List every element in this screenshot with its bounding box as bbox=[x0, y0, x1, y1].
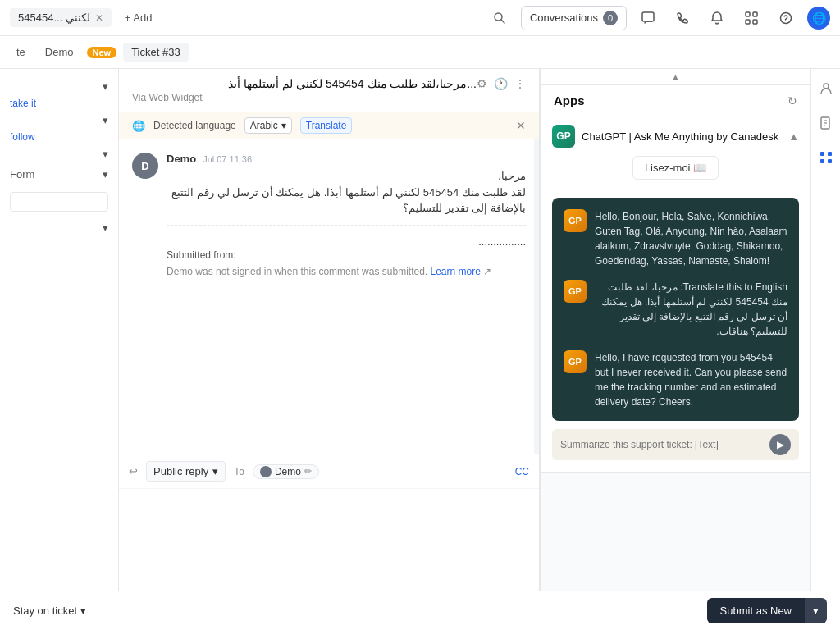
conversations-badge: 0 bbox=[603, 11, 618, 25]
language-select[interactable]: Arabic ▾ bbox=[244, 117, 292, 134]
chat-message-translation: GP Hello, I have requested from you 5454… bbox=[564, 350, 788, 409]
svg-rect-6 bbox=[753, 20, 757, 24]
svg-point-8 bbox=[785, 21, 786, 21]
message-sender: Demo bbox=[167, 153, 196, 165]
language-value: Arabic bbox=[250, 120, 278, 131]
recipient-name: Demo bbox=[275, 466, 301, 477]
reply-to-name: Demo ✏ bbox=[253, 464, 319, 479]
conversations-label: Conversations bbox=[530, 11, 598, 24]
scroll-up-indicator[interactable]: ▲ bbox=[541, 69, 810, 85]
sidebar-dropdown-4[interactable]: ▾ bbox=[0, 218, 118, 237]
document-icon[interactable] bbox=[815, 112, 838, 135]
apps-panel: ▲ Apps ↻ GP ChatGPT | Ask Me Anything by… bbox=[540, 69, 810, 630]
lang-chevron-icon: ▾ bbox=[281, 120, 286, 131]
message-item: D Demo Jul 07 11:36 مرحبا، لقد طلبت منك … bbox=[132, 153, 526, 277]
sidebar-dropdown-2[interactable]: ▾ bbox=[0, 111, 118, 130]
lisez-moi-button[interactable]: Lisez-moi 📖 bbox=[632, 156, 719, 180]
reply-type-chevron: ▾ bbox=[212, 465, 218, 477]
add-button[interactable]: + Add bbox=[118, 8, 159, 27]
apps-grid-icon[interactable] bbox=[815, 146, 838, 169]
help-icon-button[interactable] bbox=[773, 5, 799, 31]
form-label: Form bbox=[10, 168, 34, 180]
stay-on-ticket-control[interactable]: Stay on ticket ▾ bbox=[13, 605, 86, 617]
detected-language-label: Detected language bbox=[153, 120, 236, 131]
gpt-send-button[interactable]: ▶ bbox=[769, 434, 791, 455]
ticket-header: ...مرحبا،لقد طلبت منك 545454 لكنني لم أس… bbox=[119, 69, 539, 112]
user-profile-icon[interactable] bbox=[815, 77, 838, 100]
apps-title: Apps bbox=[554, 94, 585, 107]
bottom-action-bar: Stay on ticket ▾ Submit as New ▾ bbox=[0, 591, 840, 630]
learn-more-link[interactable]: Learn more bbox=[431, 266, 481, 277]
message-time: Jul 07 11:36 bbox=[203, 154, 252, 164]
globe-icon[interactable]: 🌐 bbox=[807, 7, 830, 30]
chat-message-translate-request: GP Translate this to English: مرحبا، لقد… bbox=[564, 280, 788, 339]
breadcrumb-back[interactable]: te bbox=[10, 43, 32, 62]
chevron-down-icon-4: ▾ bbox=[103, 221, 108, 234]
filter-icon[interactable]: ⚙ bbox=[477, 77, 487, 90]
ticket-title: ...مرحبا،لقد طلبت منك 545454 لكنني لم أس… bbox=[132, 77, 477, 90]
message-meta: Demo Jul 07 11:36 bbox=[167, 153, 526, 165]
reply-undo-icon: ↩ bbox=[129, 465, 138, 477]
chevron-down-icon-1: ▾ bbox=[103, 80, 108, 93]
more-icon[interactable]: ⋮ bbox=[514, 77, 526, 90]
svg-rect-16 bbox=[820, 159, 824, 163]
active-tab[interactable]: 545454... لكنني ✕ bbox=[10, 8, 112, 27]
ticket-area: ...مرحبا،لقد طلبت منك 545454 لكنني لم أس… bbox=[119, 69, 540, 630]
breadcrumb-ticket[interactable]: Ticket #33 bbox=[123, 43, 189, 62]
gpt-input[interactable] bbox=[560, 439, 765, 450]
phone-icon-button[interactable] bbox=[669, 5, 696, 31]
reply-type-button[interactable]: Public reply ▾ bbox=[146, 461, 226, 482]
message-body: Demo Jul 07 11:36 مرحبا، لقد طلبت منك 54… bbox=[167, 153, 526, 277]
cc-button[interactable]: CC bbox=[515, 466, 529, 477]
sidebar-input[interactable] bbox=[10, 192, 108, 212]
tab-close-icon[interactable]: ✕ bbox=[95, 12, 103, 24]
svg-rect-3 bbox=[746, 12, 750, 16]
main-layout: ▾ take it ▾ follow ▾ Form ▾ ▾ bbox=[0, 69, 840, 630]
chat-conversation-area: GP Hello, Bonjour, Hola, Salve, Konnichi… bbox=[552, 198, 799, 421]
take-it-link[interactable]: take it bbox=[0, 96, 118, 111]
nav-right-section: Conversations 0 🌐 bbox=[486, 5, 830, 31]
svg-point-7 bbox=[781, 12, 792, 23]
chat-translation-text: Hello, I have requested from you 545454 … bbox=[595, 350, 788, 409]
submitted-from: Submitted from: bbox=[167, 249, 526, 261]
language-icon: 🌐 bbox=[132, 120, 145, 132]
submit-main-button[interactable]: Submit as New bbox=[707, 598, 805, 623]
stay-on-ticket-label: Stay on ticket bbox=[13, 605, 77, 617]
submit-button-group: Submit as New ▾ bbox=[707, 598, 827, 623]
submit-dropdown-button[interactable]: ▾ bbox=[805, 598, 827, 623]
edit-recipient-icon[interactable]: ✏ bbox=[304, 466, 312, 477]
reply-to-label: To bbox=[234, 466, 244, 477]
clock-icon[interactable]: 🕐 bbox=[494, 77, 508, 90]
svg-rect-4 bbox=[753, 12, 757, 16]
breadcrumb-demo[interactable]: Demo bbox=[39, 43, 80, 62]
sidebar-dropdown-1[interactable]: ▾ bbox=[0, 77, 118, 96]
message-note: Demo was not signed in when this comment… bbox=[167, 266, 526, 277]
breadcrumb: te Demo New Ticket #33 bbox=[0, 36, 840, 69]
grid-icon-button[interactable] bbox=[738, 5, 765, 31]
chatgpt-logo: GP bbox=[552, 125, 575, 148]
add-label: + Add bbox=[125, 11, 153, 24]
lang-close-icon[interactable]: ✕ bbox=[516, 119, 526, 132]
ticket-actions: ⚙ 🕐 ⋮ bbox=[477, 77, 526, 90]
gpt-input-row: ▶ bbox=[552, 429, 799, 460]
top-navigation: 545454... لكنني ✕ + Add Conversations 0 bbox=[0, 0, 840, 36]
stay-chevron-icon: ▾ bbox=[80, 605, 86, 617]
follow-link[interactable]: follow bbox=[0, 130, 118, 144]
chatgpt-header[interactable]: GP ChatGPT | Ask Me Anything by Canadesk… bbox=[541, 116, 810, 156]
chatgpt-chevron-icon: ▲ bbox=[788, 130, 799, 143]
sidebar-dropdown-3[interactable]: ▾ bbox=[0, 144, 118, 163]
chat-icon-button[interactable] bbox=[635, 5, 661, 31]
tab-label: 545454... لكنني bbox=[18, 11, 90, 24]
bell-icon-button[interactable] bbox=[704, 5, 730, 31]
conversations-button[interactable]: Conversations 0 bbox=[521, 6, 627, 30]
search-button[interactable] bbox=[486, 5, 513, 31]
message-body-text: لقد طلبت منك 545454 لكنني لم أستلمها أبذ… bbox=[167, 185, 526, 217]
translate-button[interactable]: Translate bbox=[300, 117, 353, 134]
chatgpt-card: GP ChatGPT | Ask Me Anything by Canadesk… bbox=[541, 116, 810, 472]
refresh-icon[interactable]: ↻ bbox=[788, 94, 797, 107]
language-bar: 🌐 Detected language Arabic ▾ Translate ✕ bbox=[119, 112, 539, 139]
reply-textarea[interactable] bbox=[119, 489, 539, 604]
ticket-title-block: ...مرحبا،لقد طلبت منك 545454 لكنني لم أس… bbox=[132, 77, 477, 103]
chevron-down-icon-3: ▾ bbox=[103, 148, 108, 160]
right-icon-strip bbox=[810, 69, 840, 630]
